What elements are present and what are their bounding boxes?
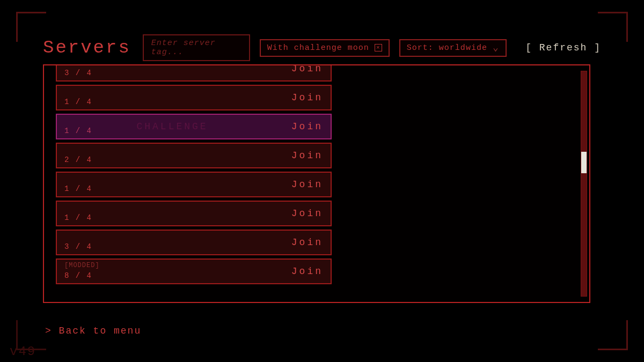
join-button[interactable]: Join [291,237,323,248]
filter-label: With challenge moon [267,43,369,53]
server-row[interactable]: 1 / 4Join [56,172,332,197]
join-button[interactable]: Join [291,64,323,74]
refresh-button[interactable]: [ Refresh ] [525,42,601,53]
version-label: v49 [10,344,36,359]
clear-filter-icon[interactable]: × [375,44,382,51]
join-button[interactable]: Join [291,121,323,132]
server-row[interactable]: 2 / 4Join [56,143,332,168]
search-input[interactable]: Enter server tag... [143,34,250,61]
scrollbar[interactable] [581,71,587,297]
server-row[interactable]: 3 / 4Join [56,64,332,82]
header-bar: Servers Enter server tag... With challen… [43,34,601,61]
frame-corner-tr [598,12,628,42]
challenge-badge: CHALLENGE [136,121,208,132]
filter-challenge-moon[interactable]: With challenge moon × [260,39,390,57]
join-button[interactable]: Join [291,208,323,219]
player-count: 1 / 4 [64,184,92,193]
join-button[interactable]: Join [291,150,323,161]
sort-label: Sort: worldwide [407,43,487,53]
join-button[interactable]: Join [291,179,323,190]
join-button[interactable]: Join [291,266,323,277]
player-count: 1 / 4 [64,98,92,106]
server-row[interactable]: 1 / 4Join [56,201,332,226]
player-count: 8 / 4 [64,271,92,280]
player-count: 3 / 4 [64,242,92,251]
player-count: 3 / 4 [64,69,92,77]
server-name: [MODDED] [64,262,100,269]
server-list: 3 / 4Join1 / 4Join1 / 4CHALLENGEJoin2 / … [44,64,332,287]
join-button[interactable]: Join [291,92,323,103]
sort-dropdown[interactable]: Sort: worldwide ⌄ [399,39,507,57]
server-list-panel: 3 / 4Join1 / 4Join1 / 4CHALLENGEJoin2 / … [43,64,590,303]
server-row[interactable]: 1 / 4CHALLENGEJoin [56,114,332,139]
frame-corner-tl [16,12,46,42]
server-row[interactable]: [MODDED]8 / 4Join [56,258,332,284]
player-count: 1 / 4 [64,127,92,135]
page-title: Servers [43,38,131,58]
scrollbar-thumb[interactable] [581,152,587,173]
player-count: 2 / 4 [64,156,92,164]
server-row[interactable]: 3 / 4Join [56,230,332,255]
frame-corner-br [598,320,628,350]
player-count: 1 / 4 [64,213,92,222]
back-to-menu-button[interactable]: > Back to menu [45,326,141,336]
server-row[interactable]: 1 / 4Join [56,85,332,110]
